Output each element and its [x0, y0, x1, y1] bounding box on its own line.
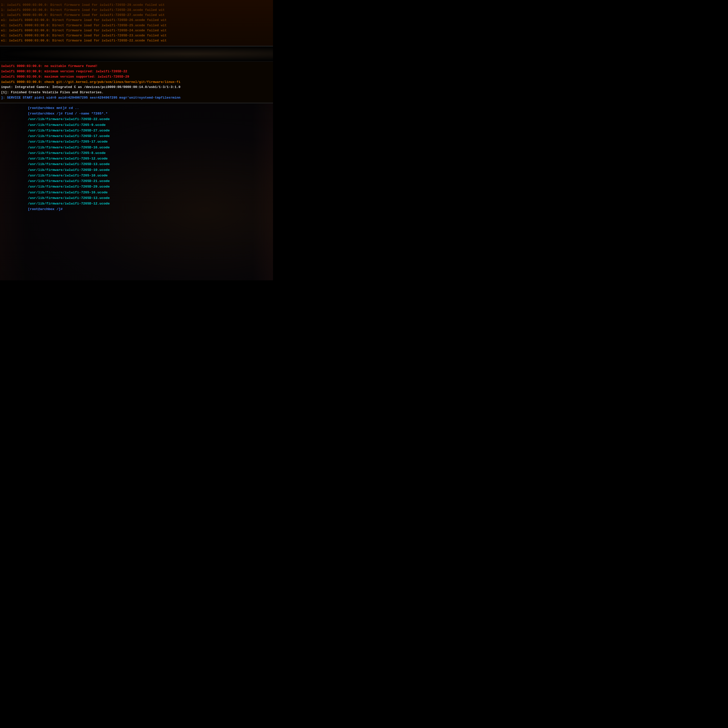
- terminal-line: /usr/lib/firmware/iwlwifi-7265-17.ucode: [28, 139, 258, 145]
- log-line: el: iwlwifi 0000:03:00.0: Direct firmwar…: [1, 23, 272, 28]
- middle-divider: [0, 46, 273, 62]
- terminal-line: /usr/lib/firmware/iwlwifi-7265-8.ucode: [28, 150, 258, 156]
- error-line: [1]: Finished Create Volatile Files and …: [1, 90, 272, 95]
- terminal-line: [root@archbox /]#: [28, 206, 258, 212]
- error-line: input: Integrated Camera: Integrated C a…: [1, 85, 272, 90]
- terminal-line: /usr/lib/firmware/iwlwifi-7265D-13.ucode: [28, 162, 258, 167]
- error-line: iwlwifi 0000:03:00.0: no suitable firmwa…: [1, 64, 272, 69]
- error-section: iwlwifi 0000:03:00.0: no suitable firmwa…: [0, 62, 273, 103]
- terminal-line: /usr/lib/firmware/iwlwifi-7265D-12.ucode: [28, 201, 258, 206]
- terminal-line: /usr/lib/firmware/iwlwifi-7265-9.ucode: [28, 122, 258, 128]
- terminal-line: [root@archbox mnt]# cd ..: [28, 106, 258, 111]
- log-line: l: iwlwifi 0000:03:00.0: Direct firmware…: [1, 8, 272, 13]
- terminal-section: [root@archbox mnt]# cd ..[root@archbox /…: [0, 103, 273, 280]
- log-line: l: iwlwifi 0000:03:00.0: Direct firmware…: [1, 13, 272, 18]
- terminal-content: [root@archbox mnt]# cd ..[root@archbox /…: [28, 106, 258, 213]
- terminal-line: /usr/lib/firmware/iwlwifi-7265D-10.ucode: [28, 167, 258, 173]
- top-section: l: iwlwifi 0000:03:00.0: Direct firmware…: [0, 0, 273, 46]
- error-line: iwlwifi 0000:03:00.0: maximum version su…: [1, 74, 272, 80]
- terminal-line: /usr/lib/firmware/iwlwifi-7265D-21.ucode: [28, 179, 258, 184]
- log-line: el: iwlwifi 0000:03:00.0: Direct firmwar…: [1, 28, 272, 33]
- terminal-line: /usr/lib/firmware/iwlwifi-7265D-27.ucode: [28, 128, 258, 133]
- error-line: iwlwifi 0000:03:00.0: minimum version re…: [1, 69, 272, 74]
- log-line: el: iwlwifi 0000:03:00.0: Direct firmwar…: [1, 33, 272, 38]
- terminal-line: /usr/lib/firmware/iwlwifi-7265D-17.ucode: [28, 133, 258, 139]
- log-line: el: iwlwifi 0000:03:00.0: Direct firmwar…: [1, 38, 272, 43]
- terminal-line: [root@archbox /]# find / -name *7265*.*: [28, 111, 258, 116]
- terminal-line: /usr/lib/firmware/iwlwifi-7265D-13.ucode: [28, 196, 258, 201]
- terminal-line: /usr/lib/firmware/iwlwifi-7265D-29.ucode: [28, 184, 258, 190]
- terminal-line: /usr/lib/firmware/iwlwifi-7265D-22.ucode: [28, 116, 258, 122]
- terminal-line: /usr/lib/firmware/iwlwifi-7265-16.ucode: [28, 190, 258, 196]
- error-line: ]: SERVICE START pid=1 uid=0 auid=429496…: [1, 95, 272, 101]
- terminal-line: /usr/lib/firmware/iwlwifi-7265D-16.ucode: [28, 145, 258, 150]
- log-line: l: iwlwifi 0000:03:00.0: Direct firmware…: [1, 3, 272, 8]
- terminal-line: /usr/lib/firmware/iwlwifi-7265-10.ucode: [28, 173, 258, 179]
- error-line: iwlwifi 0000:03:00.0: check git://git.ke…: [1, 80, 272, 85]
- log-line: el: iwlwifi 0000:03:00.0: Direct firmwar…: [1, 18, 272, 23]
- terminal-line: /usr/lib/firmware/iwlwifi-7265-12.ucode: [28, 156, 258, 162]
